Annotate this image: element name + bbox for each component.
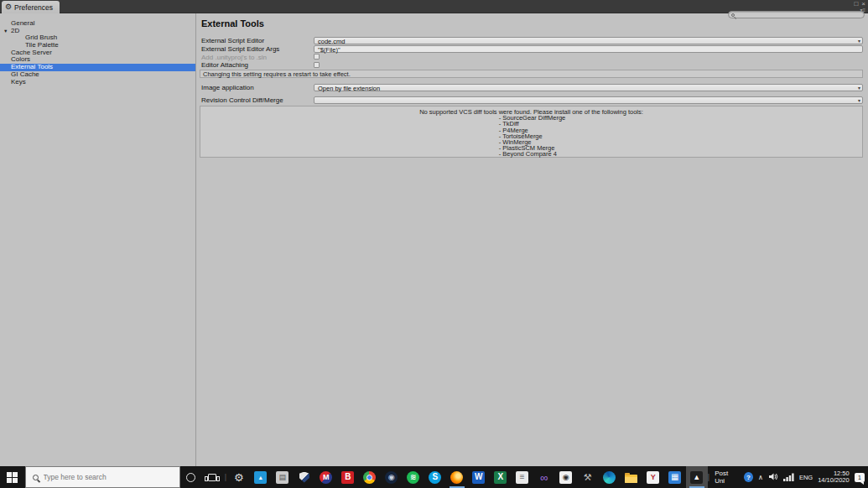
taskbar-modeling-tool-button[interactable]: ⚒ [577, 466, 599, 488]
external-script-editor-args-input[interactable]: "$(File)" [314, 45, 863, 53]
external-tools-panel: External Tools External Script Editor co… [196, 13, 868, 466]
script-editor-args-label: External Script Editor Args [201, 45, 279, 53]
taskbar-unity-editor-button[interactable]: ▲ [686, 466, 708, 488]
taskbar-visual-studio-button[interactable]: ∞ [533, 466, 555, 488]
bitdefender-icon: B [341, 471, 354, 484]
page-title: External Tools [201, 18, 264, 29]
restart-notice: Changing this setting requires a restart… [200, 70, 863, 78]
vcs-tool-list: - SourceGear DiffMerge- TkDiff- P4Merge-… [497, 115, 565, 157]
task-view-icon [208, 474, 216, 481]
taskbar-calendar-button[interactable]: ▦ [664, 466, 686, 488]
spotify-icon: ≋ [407, 471, 419, 484]
script-editor-label: External Script Editor [201, 37, 264, 44]
word-icon: W [472, 471, 485, 484]
taskbar-bitdefender-button[interactable]: B [337, 466, 359, 488]
script-editor-args-row: External Script Editor Args "$(File)" [196, 45, 868, 53]
network-icon[interactable] [783, 470, 794, 485]
taskbar-pinned-apps: ⚙▲▤MB◉≋SWX≡∞◉⚒Y▦▲ [228, 466, 708, 488]
date-label: 14/10/2020 [818, 476, 850, 484]
task-view-button[interactable] [201, 466, 223, 488]
hidden-icons-chevron[interactable]: ∧ [758, 474, 763, 481]
dropdown-arrow-icon: ▾ [858, 98, 860, 103]
cortana-button[interactable] [180, 466, 202, 488]
notepad-icon: ≡ [516, 471, 528, 484]
taskbar-excel-button[interactable]: X [490, 466, 512, 488]
sidebar-item-label: 2D [11, 28, 19, 35]
action-center-icon[interactable]: 1 [855, 473, 865, 482]
calendar-icon: ▦ [668, 471, 681, 484]
user-label: Post Uni [715, 470, 739, 485]
security-shield-icon [299, 472, 309, 483]
search-icon [33, 475, 39, 480]
modeling-tool-icon: ⚒ [584, 473, 592, 482]
image-application-label: Image application [201, 84, 254, 91]
windows-logo-icon [7, 472, 18, 483]
taskbar-spotify-button[interactable]: ≋ [403, 466, 424, 488]
system-tray: | Post Uni ? ∧ ENG 12:50 14/10/2020 1 [708, 466, 868, 488]
notification-count: 1 [858, 475, 861, 480]
unity-editor-icon: ▲ [690, 471, 703, 484]
taskbar-mega-button[interactable]: M [315, 466, 337, 488]
input-value: "$(File)" [318, 46, 340, 54]
screen: ⚙ Preferences □ × ▾≡ General▼2DGrid Brus… [0, 0, 868, 488]
taskbar-edge-button[interactable] [599, 466, 621, 488]
skype-icon: S [429, 471, 441, 484]
sidebar-item-label: Keys [11, 79, 26, 86]
taskbar-skype-button[interactable]: S [424, 466, 446, 488]
add-unityproj-row: Add .unityproj's to .sln [196, 54, 868, 61]
taskbar-photos-button[interactable]: ▲ [250, 466, 272, 488]
window-controls: □ × [854, 1, 865, 8]
taskbar-chrome-button[interactable] [359, 466, 381, 488]
sidebar-item-keys[interactable]: Keys [0, 79, 195, 86]
taskbar-game-launcher-button[interactable]: Y [642, 466, 664, 488]
tray-separator: | [708, 473, 709, 481]
close-button[interactable]: × [861, 1, 865, 8]
image-application-dropdown[interactable]: Open by file extension ▾ [314, 84, 863, 91]
steam-icon: ◉ [385, 471, 398, 484]
dropdown-value: code.cmd [318, 38, 346, 45]
taskbar-photo-viewer-button[interactable]: ▤ [272, 466, 294, 488]
taskbar-security-shield-button[interactable] [294, 466, 315, 488]
maximize-button[interactable]: □ [854, 1, 858, 8]
revision-control-dropdown[interactable]: ▾ [314, 96, 863, 104]
revision-control-row: Revision Control Diff/Merge ▾ [196, 96, 868, 104]
vcs-notice-box: No supported VCS diff tools were found. … [200, 106, 863, 158]
editor-attaching-checkbox[interactable] [314, 62, 320, 68]
editor-attaching-label: Editor Attaching [201, 61, 248, 69]
taskbar-notepad-button[interactable]: ≡ [512, 466, 533, 488]
dropdown-arrow-icon: ▾ [858, 86, 860, 91]
excel-icon: X [494, 471, 507, 484]
settings-icon: ⚙ [234, 472, 244, 483]
help-icon[interactable]: ? [744, 472, 753, 482]
image-application-row: Image application Open by file extension… [196, 84, 868, 91]
taskbar-unity-hub-button[interactable]: ◉ [555, 466, 577, 488]
taskbar-word-button[interactable]: W [468, 466, 490, 488]
vcs-tool-item: - Beyond Compare 4 [499, 151, 565, 157]
preferences-gear-icon: ⚙ [5, 3, 12, 11]
dropdown-value: Open by file extension [318, 85, 380, 92]
visual-studio-icon: ∞ [540, 472, 548, 483]
clock[interactable]: 12:50 14/10/2020 [818, 470, 850, 485]
sidebar-item-general[interactable]: General [0, 20, 195, 28]
taskbar-search-input[interactable] [44, 473, 161, 481]
taskbar-search[interactable] [25, 466, 180, 488]
chrome-icon [363, 471, 376, 484]
taskbar-settings-button[interactable]: ⚙ [228, 466, 250, 488]
start-button[interactable] [0, 466, 25, 488]
file-explorer-icon [625, 475, 637, 483]
game-launcher-icon: Y [647, 471, 659, 484]
taskbar-steam-button[interactable]: ◉ [381, 466, 403, 488]
taskbar-file-explorer-button[interactable] [621, 466, 642, 488]
photos-icon: ▲ [254, 471, 267, 484]
foldout-triangle-icon[interactable]: ▼ [3, 28, 8, 35]
sidebar-item-gi-cache[interactable]: GI Cache [0, 71, 195, 79]
taskbar-firefox-button[interactable] [446, 466, 468, 488]
add-unityproj-checkbox[interactable] [314, 54, 320, 60]
external-script-editor-dropdown[interactable]: code.cmd ▾ [314, 37, 863, 44]
tab-label: Preferences [14, 3, 53, 12]
volume-icon[interactable] [768, 470, 778, 485]
language-indicator[interactable]: ENG [799, 474, 813, 481]
dropdown-arrow-icon: ▾ [858, 39, 860, 44]
script-editor-row: External Script Editor code.cmd ▾ [196, 37, 868, 44]
tab-preferences[interactable]: ⚙ Preferences [2, 1, 60, 13]
